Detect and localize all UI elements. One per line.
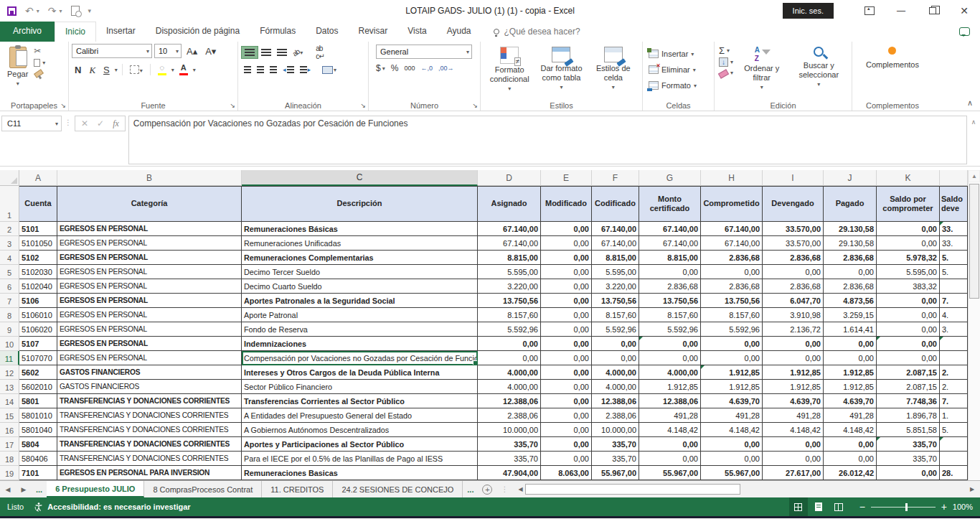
formula-input[interactable]: Compensación por Vacaciones no Gozadas p… (128, 116, 967, 164)
grid-cell[interactable]: 5804 (19, 437, 57, 452)
grid-cell[interactable]: 8.157,60 (592, 308, 639, 322)
grid-cell[interactable]: 5106010 (19, 308, 57, 322)
grid-cell[interactable]: 8.815,00 (478, 251, 541, 265)
grid-cell[interactable]: 33. (940, 236, 968, 251)
grid-cell[interactable]: 0,00 (877, 322, 940, 337)
header-cell[interactable]: Pagado (824, 186, 877, 222)
grid-cell[interactable]: 1.912,85 (701, 380, 763, 394)
ribbon-tab-inicio[interactable]: Inicio (55, 22, 96, 42)
grid-cell[interactable]: TRANSFERENCIAS Y DONACIONES CORRIENTES (57, 408, 242, 423)
grid-cell[interactable]: 0,00 (701, 437, 763, 452)
grid-cell[interactable]: 0,00 (763, 265, 824, 279)
restore-button[interactable] (917, 0, 948, 22)
grid-cell[interactable]: 5.851,58 (877, 423, 940, 437)
grid-cell[interactable]: 5801 (19, 394, 57, 408)
grid-cell[interactable]: Aportes y Participaciones al Sector Públ… (242, 437, 478, 452)
grid-cell[interactable]: 1.912,85 (701, 365, 763, 380)
row-header-5[interactable]: 5 (0, 265, 19, 279)
grid-cell[interactable]: 67.140,00 (639, 222, 701, 236)
page-break-view-button[interactable] (829, 497, 848, 516)
grid-cell[interactable]: 0,00 (478, 351, 541, 365)
header-cell[interactable]: Saldo deve (940, 186, 968, 222)
grid-cell[interactable]: 67.140,00 (639, 236, 701, 251)
print-preview-icon[interactable] (71, 6, 80, 16)
grid-cell[interactable]: 5801040 (19, 423, 57, 437)
ribbon-tab-f-rmulas[interactable]: Fórmulas (250, 22, 306, 42)
scroll-up-icon[interactable]: ▲ (969, 170, 980, 182)
grid-cell[interactable]: 0,00 (639, 337, 701, 351)
grid-cell[interactable]: 1.896,78 (877, 408, 940, 423)
horizontal-scrollbar-thumb[interactable] (525, 484, 740, 495)
grid-cell[interactable]: EGRESOS EN PERSONAL (57, 251, 242, 265)
grid-cell[interactable]: Remuneraciones Básicas (242, 222, 478, 236)
column-header-K[interactable]: K (877, 170, 940, 186)
grid-cell[interactable]: 29.130,58 (824, 236, 877, 251)
clipboard-dialog-launcher[interactable]: ↘ (60, 103, 66, 109)
horizontal-scrollbar[interactable]: ◀ ▶ (515, 483, 977, 495)
grid-cell[interactable]: 0,00 (877, 337, 940, 351)
percent-style-button[interactable]: % (391, 63, 399, 73)
ribbon-tab-datos[interactable]: Datos (306, 22, 348, 42)
row-header-4[interactable]: 4 (0, 251, 19, 265)
sign-in-button[interactable]: Inic. ses. (783, 3, 834, 19)
grid-cell[interactable]: Intereses y Otros Cargos de la Deuda Púb… (242, 365, 478, 380)
grid-cell[interactable]: 3. (940, 322, 968, 337)
row-header-12[interactable]: 12 (0, 365, 19, 380)
insert-cells-button[interactable]: Insertar▾ (646, 46, 711, 62)
grid-cell[interactable]: 7. (940, 294, 968, 308)
cut-button[interactable]: ✂ (34, 47, 45, 55)
row-header-17[interactable]: 17 (0, 437, 19, 452)
column-header-E[interactable]: E (541, 170, 592, 186)
header-cell[interactable]: Descripción (242, 186, 478, 222)
header-cell[interactable]: Categoría (57, 186, 242, 222)
grid-cell[interactable]: 67.140,00 (592, 236, 639, 251)
grid-cell[interactable]: 1.912,85 (824, 380, 877, 394)
grid-cell[interactable]: 13.750,56 (639, 294, 701, 308)
grid-cell[interactable]: 0,00 (541, 423, 592, 437)
grid-cell[interactable]: Remuneraciones Complementarias (242, 251, 478, 265)
grid-cell[interactable]: 4.000,00 (592, 365, 639, 380)
zoom-slider-thumb[interactable] (905, 503, 908, 511)
grid-cell[interactable]: 0,00 (541, 408, 592, 423)
grid-cell[interactable]: 0,00 (478, 337, 541, 351)
grid-cell[interactable]: 67.140,00 (701, 236, 763, 251)
grid-cell[interactable]: 5106 (19, 294, 57, 308)
grid-cell[interactable]: 5106020 (19, 322, 57, 337)
grid-cell[interactable]: 4.000,00 (478, 380, 541, 394)
grid-cell[interactable]: 5.595,00 (478, 265, 541, 279)
grid-cell[interactable]: 5101 (19, 222, 57, 236)
row-header-15[interactable]: 15 (0, 408, 19, 423)
grid-cell[interactable]: 3.910,98 (763, 308, 824, 322)
grid-cell[interactable]: 1.912,85 (763, 380, 824, 394)
grid-cell[interactable]: 0,00 (877, 236, 940, 251)
row-header-19[interactable]: 19 (0, 466, 19, 480)
grid-cell[interactable]: 2.087,15 (877, 380, 940, 394)
italic-button[interactable]: K (86, 65, 98, 75)
grid-cell[interactable]: 2.087,15 (877, 365, 940, 380)
grid-cell[interactable]: 0,00 (541, 279, 592, 294)
grid-cell[interactable]: 0,00 (877, 294, 940, 308)
grid-cell[interactable]: 1.912,85 (824, 365, 877, 380)
zoom-in-icon[interactable]: + (941, 502, 947, 512)
header-cell[interactable]: Comprometido (701, 186, 763, 222)
autosum-button[interactable]: Σ▾ (719, 46, 733, 55)
grid-cell[interactable]: 3.259,15 (824, 308, 877, 322)
prev-sheet-icon[interactable]: ◀ (0, 481, 16, 497)
zoom-slider[interactable] (871, 507, 936, 508)
grid-cell[interactable]: 4.639,70 (701, 394, 763, 408)
grid-cell[interactable]: 580406 (19, 452, 57, 466)
cancel-entry-icon[interactable]: ✕ (81, 118, 88, 128)
row-header-18[interactable]: 18 (0, 452, 19, 466)
grid-cell[interactable]: 5102040 (19, 279, 57, 294)
format-painter-button[interactable] (34, 70, 45, 79)
grid-cell[interactable]: 13.750,56 (478, 294, 541, 308)
row-header-9[interactable]: 9 (0, 322, 19, 337)
row-header-13[interactable]: 13 (0, 380, 19, 394)
confirm-entry-icon[interactable]: ✓ (97, 118, 104, 128)
zoom-level[interactable]: 100% (948, 502, 973, 511)
normal-view-button[interactable] (789, 497, 808, 516)
grid-cell[interactable]: 12.388,06 (639, 394, 701, 408)
grid-cell[interactable]: 8.815,00 (639, 251, 701, 265)
grid-cell[interactable]: 491,28 (824, 408, 877, 423)
grid-cell[interactable]: 4.873,56 (824, 294, 877, 308)
